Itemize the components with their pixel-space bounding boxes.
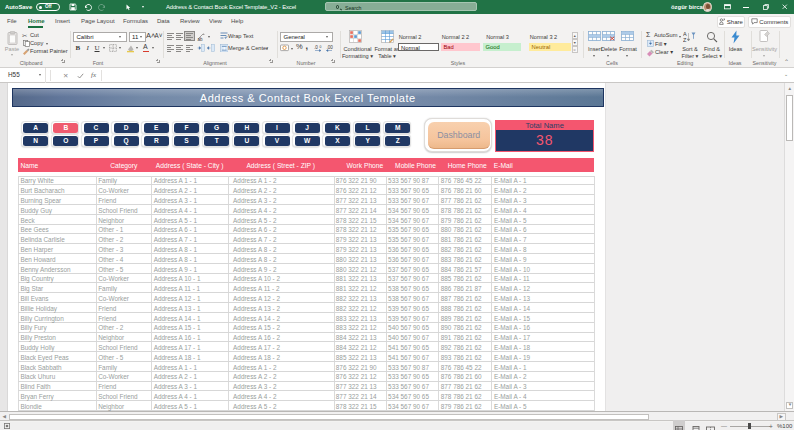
svg-text:.0: .0: [314, 45, 318, 50]
svg-text:0: 0: [320, 45, 322, 49]
svg-text:ab: ab: [198, 36, 204, 40]
svg-text:Z: Z: [683, 37, 687, 43]
